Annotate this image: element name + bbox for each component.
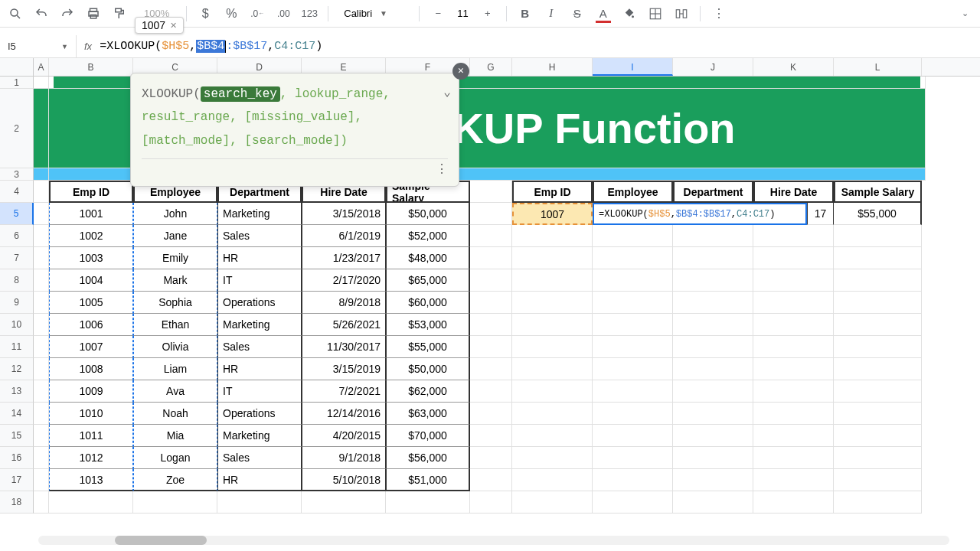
cell-empid[interactable]: 1001 (49, 203, 133, 225)
cell-department[interactable]: Marketing (217, 425, 302, 447)
number-format-menu[interactable]: 123 (302, 6, 317, 21)
row-header[interactable]: 18 (0, 491, 34, 514)
chevron-down-icon[interactable]: ⌄ (443, 81, 451, 104)
cell-empid[interactable]: 1006 (49, 314, 133, 336)
cell-department[interactable]: Marketing (217, 314, 302, 336)
cell-salary[interactable]: $62,000 (386, 380, 470, 403)
cell-employee[interactable]: Liam (133, 358, 217, 380)
cell-employee[interactable]: Olivia (133, 336, 217, 358)
cell-salary[interactable]: $60,000 (386, 292, 470, 314)
cell-hiredate[interactable]: 8/9/2018 (302, 292, 386, 314)
cell-salary[interactable]: $63,000 (386, 403, 470, 425)
cell-empid[interactable]: 1003 (49, 247, 133, 269)
redo-icon[interactable] (60, 6, 75, 21)
row-header[interactable]: 11 (0, 336, 34, 358)
select-all-corner[interactable] (0, 58, 34, 76)
row-header[interactable]: 14 (0, 403, 34, 425)
percent-icon[interactable]: % (224, 6, 239, 21)
cell-salary[interactable]: $52,000 (386, 225, 470, 247)
decrease-font-icon[interactable]: − (430, 6, 446, 21)
cell-hiredate[interactable]: 3/15/2019 (302, 358, 386, 380)
cell-hiredate[interactable]: 3/15/2018 (302, 203, 386, 225)
cell-department[interactable]: Operations (217, 292, 302, 314)
row-header[interactable]: 17 (0, 469, 34, 491)
cell-hiredate[interactable]: 6/1/2019 (302, 225, 386, 247)
cell-employee[interactable]: Mark (133, 269, 217, 292)
table-header[interactable]: Emp ID (512, 181, 593, 203)
more-icon[interactable]: ⋮ (436, 158, 448, 181)
paint-format-icon[interactable] (112, 6, 127, 21)
undo-icon[interactable] (34, 6, 49, 21)
text-color-icon[interactable]: A (596, 6, 611, 21)
cell-salary[interactable]: $70,000 (386, 425, 470, 447)
cell-salary[interactable]: $65,000 (386, 269, 470, 292)
cell-employee[interactable]: Emily (133, 247, 217, 269)
bold-icon[interactable]: B (518, 6, 533, 21)
cell-employee[interactable]: Ethan (133, 314, 217, 336)
borders-icon[interactable] (648, 6, 663, 21)
cell-salary[interactable]: $51,000 (386, 469, 470, 491)
row-header[interactable]: 2 (0, 89, 34, 168)
cell-hiredate[interactable]: 11/30/2017 (302, 336, 386, 358)
cell-department[interactable]: HR (217, 469, 302, 491)
cell-salary[interactable]: $56,000 (386, 447, 470, 469)
table-header[interactable]: Employee (593, 181, 673, 203)
cell-department[interactable]: HR (217, 358, 302, 380)
cell-empid[interactable]: 1012 (49, 447, 133, 469)
close-icon[interactable]: ✕ (170, 21, 177, 31)
name-box[interactable]: I5 ▼ (0, 35, 77, 57)
formula-input[interactable]: =XLOOKUP( $H$5 , $B$4 :$B$17 , C4:C17 ) (100, 40, 322, 53)
cell-empid[interactable]: 1010 (49, 403, 133, 425)
cell-hiredate[interactable]: 2/17/2020 (302, 269, 386, 292)
fill-color-icon[interactable] (622, 6, 637, 21)
cell-hiredate[interactable]: 5/26/2021 (302, 314, 386, 336)
currency-icon[interactable]: $ (198, 6, 213, 21)
cell-empid[interactable]: 1008 (49, 358, 133, 380)
print-icon[interactable] (86, 6, 101, 21)
col-header[interactable]: I (593, 58, 673, 76)
table-header[interactable]: Hire Date (753, 181, 834, 203)
row-header[interactable]: 6 (0, 225, 34, 247)
increase-decimal-icon[interactable]: .00 (276, 6, 291, 21)
cell-hiredate[interactable]: 12/14/2016 (302, 403, 386, 425)
cell-empid[interactable]: 1011 (49, 425, 133, 447)
increase-font-icon[interactable]: + (480, 6, 495, 21)
cell-hiredate[interactable]: 9/1/2018 (302, 447, 386, 469)
cell-hiredate[interactable]: 1/23/2017 (302, 247, 386, 269)
cell-empid[interactable]: 1007 (49, 336, 133, 358)
row-header[interactable]: 3 (0, 168, 34, 181)
cell-salary[interactable]: $53,000 (386, 314, 470, 336)
active-formula-cell[interactable]: =XLOOKUP( $H$5, $B$4:$B$17, C4:C17 ) (593, 203, 807, 225)
collapse-toolbar-icon[interactable]: ⌄ (957, 6, 972, 21)
font-size-input[interactable]: 11 (452, 6, 473, 21)
col-header[interactable]: L (834, 58, 922, 76)
hiredate-fragment[interactable]: 17 (807, 203, 834, 225)
cell-employee[interactable]: Sophia (133, 292, 217, 314)
cell-department[interactable]: HR (217, 247, 302, 269)
cell-hiredate[interactable]: 5/10/2018 (302, 469, 386, 491)
cell-empid[interactable]: 1002 (49, 225, 133, 247)
cell-salary[interactable]: $55,000 (386, 336, 470, 358)
cell-employee[interactable]: Ava (133, 380, 217, 403)
lookup-salary[interactable]: $55,000 (834, 203, 922, 225)
row-header[interactable]: 9 (0, 292, 34, 314)
cell-department[interactable]: Marketing (217, 203, 302, 225)
close-icon[interactable]: ✕ (452, 63, 469, 80)
cell-department[interactable]: Sales (217, 447, 302, 469)
table-header[interactable]: Emp ID (49, 181, 133, 203)
col-header[interactable]: J (673, 58, 753, 76)
italic-icon[interactable]: I (544, 6, 559, 21)
cell-hiredate[interactable]: 4/20/2015 (302, 425, 386, 447)
cell-department[interactable]: IT (217, 269, 302, 292)
horizontal-scrollbar[interactable] (38, 536, 949, 545)
cell-salary[interactable]: $48,000 (386, 247, 470, 269)
cell-employee[interactable]: John (133, 203, 217, 225)
cell-empid[interactable]: 1005 (49, 292, 133, 314)
cell-department[interactable]: Operations (217, 403, 302, 425)
row-header[interactable]: 16 (0, 447, 34, 469)
cell-salary[interactable]: $50,000 (386, 358, 470, 380)
cell-salary[interactable]: $50,000 (386, 203, 470, 225)
table-header[interactable]: Sample Salary (834, 181, 922, 203)
row-header[interactable]: 7 (0, 247, 34, 269)
row-header[interactable]: 10 (0, 314, 34, 336)
